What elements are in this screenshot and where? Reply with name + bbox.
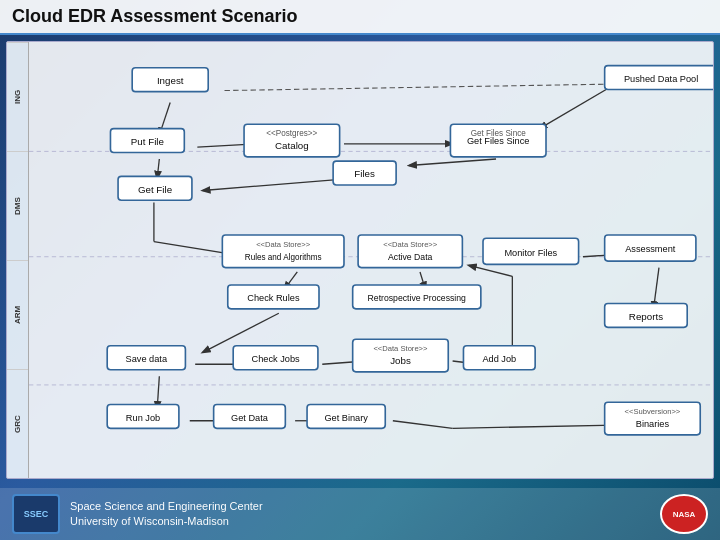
svg-text:Save data: Save data	[126, 354, 168, 364]
svg-line-25	[453, 425, 616, 428]
svg-line-6	[409, 159, 496, 166]
svg-text:Files: Files	[354, 168, 375, 179]
svg-text:Catalog: Catalog	[275, 140, 309, 151]
svg-text:Get File: Get File	[138, 184, 172, 195]
svg-text:Jobs: Jobs	[390, 355, 411, 366]
svg-text:Put File: Put File	[131, 136, 164, 147]
page-title: Cloud EDR Assessment Scenario	[12, 6, 708, 27]
svg-text:Pushed Data Pool: Pushed Data Pool	[624, 74, 698, 84]
diagram-svg: Ingest Pushed Data Pool Put File <<Postg…	[29, 42, 714, 478]
svg-text:<<Data Store>>: <<Data Store>>	[256, 240, 311, 249]
lane-dms: DMS	[7, 151, 28, 260]
svg-text:<<Data Store>>: <<Data Store>>	[383, 240, 438, 249]
svg-text:<<Postgres>>: <<Postgres>>	[266, 129, 317, 138]
svg-text:Binaries: Binaries	[636, 419, 670, 429]
footer-org: Space Science and Engineering Center Uni…	[70, 499, 263, 530]
nasa-logo: NASA	[660, 494, 708, 534]
svg-line-24	[393, 421, 453, 429]
svg-text:Add Job: Add Job	[482, 354, 516, 364]
svg-text:Get Data: Get Data	[231, 413, 269, 423]
svg-text:Run Job: Run Job	[126, 413, 160, 423]
svg-text:Reports: Reports	[629, 311, 663, 322]
svg-text:Ingest: Ingest	[157, 75, 184, 86]
svg-text:Check Rules: Check Rules	[247, 293, 300, 303]
footer: SSEC Space Science and Engineering Cente…	[0, 488, 720, 540]
svg-text:Get Binary: Get Binary	[324, 413, 368, 423]
svg-line-26	[539, 84, 615, 129]
lane-grc: GRC	[7, 369, 28, 478]
svg-text:<<Subversion>>: <<Subversion>>	[625, 407, 681, 416]
ssec-logo: SSEC	[12, 494, 60, 534]
svg-text:Get Files Since: Get Files Since	[467, 136, 530, 146]
diagram-area: ING DMS ARM GRC	[6, 41, 714, 479]
lane-arm: ARM	[7, 260, 28, 369]
svg-text:Check Jobs: Check Jobs	[251, 354, 300, 364]
title-bar: Cloud EDR Assessment Scenario	[0, 0, 720, 35]
svg-line-7	[203, 179, 350, 191]
svg-text:<<Data Store>>: <<Data Store>>	[373, 344, 428, 353]
svg-text:Retrospective Processing: Retrospective Processing	[368, 293, 467, 303]
lane-labels: ING DMS ARM GRC	[7, 42, 29, 478]
svg-text:Monitor Files: Monitor Files	[504, 248, 557, 258]
svg-text:Assessment: Assessment	[625, 244, 676, 254]
svg-line-27	[225, 84, 616, 91]
lane-ing: ING	[7, 42, 28, 151]
svg-text:Active Data: Active Data	[388, 252, 433, 262]
svg-text:Rules and Algorithms: Rules and Algorithms	[245, 253, 322, 262]
svg-line-21	[469, 265, 512, 276]
